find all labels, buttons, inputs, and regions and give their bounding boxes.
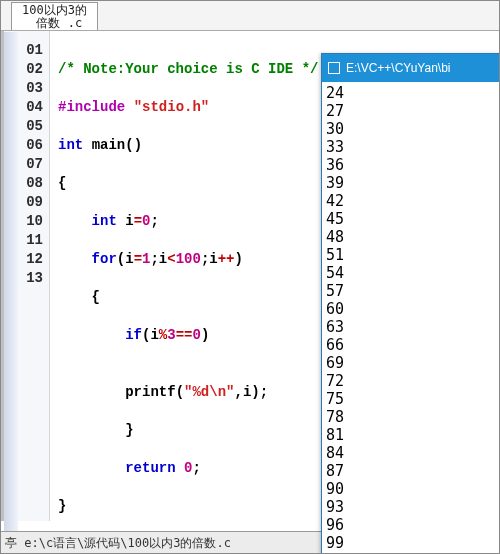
app-icon: [328, 62, 340, 74]
console-line: 30: [326, 120, 496, 138]
console-line: 24: [326, 84, 496, 102]
code-kw: for: [92, 251, 117, 267]
code-preproc: #include: [58, 99, 134, 115]
code-kw: return: [125, 460, 175, 476]
code-string: "%d\n": [184, 384, 234, 400]
code-indent: [58, 289, 92, 305]
console-line: 78: [326, 408, 496, 426]
console-line: 60: [326, 300, 496, 318]
code-ident: i: [159, 251, 167, 267]
code-indent: [58, 460, 125, 476]
console-line: 63: [326, 318, 496, 336]
console-line: 93: [326, 498, 496, 516]
code-kw: if: [125, 327, 142, 343]
editor-margin: [4, 32, 18, 531]
console-line: 45: [326, 210, 496, 228]
console-line: 51: [326, 246, 496, 264]
tab-bar: 100以内3的 倍数 .c: [1, 1, 499, 31]
code-indent: [58, 384, 125, 400]
code-comma: ,: [234, 384, 242, 400]
status-bar: 亭 e:\c语言\源代码\100以内3的倍数.c: [1, 531, 339, 553]
code-semi: ;: [150, 213, 158, 229]
console-line: 84: [326, 444, 496, 462]
code-semi: ;: [192, 460, 200, 476]
code-ident: main: [92, 137, 126, 153]
console-output[interactable]: 2427303336394245485154576063666972757881…: [322, 82, 500, 554]
code-op: %: [159, 327, 167, 343]
console-line: 57: [326, 282, 496, 300]
console-line: 33: [326, 138, 496, 156]
code-indent: [58, 327, 125, 343]
console-title-text: E:\VC++\CYuYan\bi: [346, 61, 451, 75]
console-line: 39: [326, 174, 496, 192]
console-line: 75: [326, 390, 496, 408]
code-num: 0: [192, 327, 200, 343]
code-ident: printf: [125, 384, 175, 400]
code-space: [176, 460, 184, 476]
code-semi: ;: [150, 251, 158, 267]
console-line: 69: [326, 354, 496, 372]
console-line: 54: [326, 264, 496, 282]
console-line: 27: [326, 102, 496, 120]
console-line: 36: [326, 156, 496, 174]
code-ident: i: [209, 251, 217, 267]
code-paren: (: [176, 384, 184, 400]
code-op: =: [134, 251, 142, 267]
console-line: 48: [326, 228, 496, 246]
code-indent: [58, 422, 125, 438]
code-num: 3: [167, 327, 175, 343]
code-brace: {: [58, 175, 66, 191]
console-line: 99: [326, 534, 496, 552]
code-space: [83, 137, 91, 153]
code-indent: [58, 251, 92, 267]
code-op: <: [167, 251, 175, 267]
code-space: [117, 213, 125, 229]
code-paren: ): [201, 327, 209, 343]
code-paren: (): [125, 137, 142, 153]
code-paren: ): [251, 384, 259, 400]
console-line: 90: [326, 480, 496, 498]
code-ident: i: [125, 251, 133, 267]
console-titlebar[interactable]: E:\VC++\CYuYan\bi: [322, 54, 500, 82]
code-kw: int: [58, 137, 83, 153]
code-brace: {: [92, 289, 100, 305]
console-window[interactable]: E:\VC++\CYuYan\bi 2427303336394245485154…: [321, 53, 500, 554]
code-ident: i: [125, 213, 133, 229]
code-string: "stdio.h": [134, 99, 210, 115]
code-num: 100: [176, 251, 201, 267]
code-paren: ): [235, 251, 243, 267]
file-tab[interactable]: 100以内3的 倍数 .c: [11, 2, 98, 30]
console-line: 96: [326, 516, 496, 534]
code-indent: [58, 213, 92, 229]
code-op: ==: [176, 327, 193, 343]
code-op: =: [134, 213, 142, 229]
console-line: 72: [326, 372, 496, 390]
console-line: 66: [326, 336, 496, 354]
code-comment: /* Note:Your choice is C IDE */: [58, 61, 318, 77]
code-semi: ;: [260, 384, 268, 400]
code-brace: }: [125, 422, 133, 438]
code-kw: int: [92, 213, 117, 229]
code-paren: (: [117, 251, 125, 267]
code-ident: i: [150, 327, 158, 343]
console-line: 42: [326, 192, 496, 210]
console-line: 81: [326, 426, 496, 444]
console-line: 87: [326, 462, 496, 480]
code-op: ++: [218, 251, 235, 267]
code-brace: }: [58, 498, 66, 514]
